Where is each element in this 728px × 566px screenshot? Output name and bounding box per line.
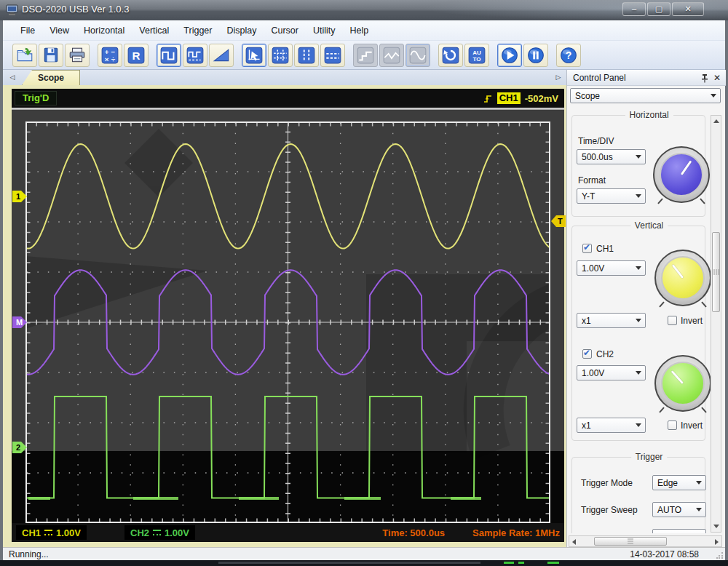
toolbar-refresh-button[interactable] bbox=[438, 44, 463, 67]
math-position-marker[interactable]: M bbox=[12, 316, 27, 328]
math-icon: +−×÷ bbox=[100, 47, 119, 64]
menu-vertical[interactable]: Vertical bbox=[132, 23, 176, 39]
scrollbar-thumb[interactable] bbox=[594, 537, 667, 546]
toolbar-save-button[interactable] bbox=[39, 44, 63, 67]
toolbar-start-button[interactable] bbox=[497, 44, 522, 67]
tab-scope[interactable]: Scope bbox=[22, 70, 80, 85]
scroll-up-icon[interactable] bbox=[713, 119, 719, 123]
panel-selector-dropdown[interactable]: Scope bbox=[570, 88, 721, 103]
menu-file[interactable]: File bbox=[13, 23, 42, 39]
timebase-readout: Time: 500.0us bbox=[382, 527, 445, 538]
tab-scroll-left-icon[interactable]: ◁ bbox=[7, 72, 17, 83]
toolbar-pulse-train-button[interactable] bbox=[183, 44, 207, 67]
ch1-readout: CH1 1.00V bbox=[16, 525, 87, 540]
panel-horizontal-scrollbar[interactable] bbox=[569, 535, 722, 547]
ch1-position-marker[interactable]: 1 bbox=[12, 191, 27, 202]
ch2-label: CH2 bbox=[130, 527, 149, 538]
scroll-left-icon[interactable] bbox=[572, 539, 576, 545]
sample-rate-readout: Sample Rate: 1MHz bbox=[472, 527, 560, 538]
ch2-invert-checkbox[interactable] bbox=[668, 420, 677, 430]
toolbar-step-interpolation-button[interactable] bbox=[353, 44, 378, 67]
ch1-label: CH1 bbox=[22, 527, 41, 538]
toolbar-ramp-button[interactable] bbox=[209, 44, 234, 67]
waveform-region: 1 M 2 T bbox=[12, 110, 564, 523]
toolbar-separator bbox=[149, 44, 156, 67]
linear-interpolation-icon bbox=[382, 47, 401, 64]
toolbar-separator bbox=[346, 44, 352, 67]
menu-view[interactable]: View bbox=[42, 23, 76, 39]
pause-icon bbox=[526, 47, 545, 64]
ch1-vertical-knob[interactable] bbox=[654, 250, 711, 306]
refresh-icon bbox=[441, 47, 460, 64]
ch2-checkbox[interactable] bbox=[582, 349, 592, 359]
toolbar-square-wave-button[interactable] bbox=[157, 44, 181, 67]
toolbar-linear-interpolation-button[interactable] bbox=[379, 44, 404, 67]
close-button[interactable]: ✕ bbox=[672, 2, 704, 16]
open-icon bbox=[15, 47, 34, 64]
toolbar-separator bbox=[90, 44, 97, 67]
trigger-level-marker[interactable]: T bbox=[551, 215, 566, 227]
app-icon bbox=[6, 4, 19, 16]
toolbar-pause-button[interactable] bbox=[523, 44, 548, 67]
toolbar-open-button[interactable] bbox=[12, 44, 37, 67]
tab-scroll-right-icon[interactable]: ▷ bbox=[553, 72, 563, 83]
ch2-scale-value: 1.00V bbox=[165, 527, 189, 538]
panel-close-icon[interactable]: ✕ bbox=[712, 72, 722, 84]
chevron-down-icon bbox=[636, 266, 641, 270]
minimize-button[interactable]: – bbox=[622, 2, 646, 16]
ch2-probe-dropdown[interactable]: x1 bbox=[577, 418, 646, 433]
toolbar-grid-button[interactable] bbox=[268, 44, 293, 67]
toolbar-sine-interpolation-button[interactable] bbox=[405, 44, 430, 67]
title-bar[interactable]: DSO-2020 USB Ver 1.0.3 – ▢ ✕ bbox=[0, 0, 728, 20]
trigger-source-dropdown[interactable]: CH1 bbox=[652, 529, 706, 533]
ch1-invert-checkbox[interactable] bbox=[668, 316, 677, 325]
datetime: 14-03-2017 08:58 bbox=[630, 549, 699, 559]
app-window: DSO-2020 USB Ver 1.0.3 – ▢ ✕ FileViewHor… bbox=[0, 0, 728, 566]
toolbar-autoset-button[interactable]: AUTO bbox=[464, 44, 489, 67]
toolbar-vertical-cursors-button[interactable] bbox=[294, 44, 319, 67]
toolbar-help-button[interactable]: ? bbox=[556, 44, 581, 67]
chevron-down-icon bbox=[696, 481, 702, 485]
toolbar-print-button[interactable] bbox=[65, 44, 90, 67]
toolbar: +−×÷RAUTO? bbox=[3, 41, 725, 70]
panel-vertical-scrollbar[interactable] bbox=[711, 115, 721, 533]
toolbar-reference-button[interactable]: R bbox=[124, 44, 149, 67]
menu-display[interactable]: Display bbox=[219, 23, 264, 39]
time-div-dropdown[interactable]: 500.0us bbox=[577, 149, 646, 164]
scroll-right-icon[interactable] bbox=[715, 539, 719, 545]
menu-cursor[interactable]: Cursor bbox=[264, 23, 306, 39]
toolbar-separator bbox=[431, 44, 438, 67]
ch1-checkbox[interactable] bbox=[582, 244, 592, 253]
menu-trigger[interactable]: Trigger bbox=[176, 23, 219, 39]
format-dropdown[interactable]: Y-T bbox=[577, 188, 646, 204]
ch1-scale-dropdown[interactable]: 1.00V bbox=[577, 260, 646, 276]
horizontal-scale-knob[interactable] bbox=[653, 146, 710, 203]
step-interpolation-icon bbox=[356, 47, 375, 64]
menu-utility[interactable]: Utility bbox=[306, 23, 343, 39]
menu-help[interactable]: Help bbox=[343, 23, 376, 39]
scroll-down-icon[interactable] bbox=[713, 525, 719, 528]
svg-text:?: ? bbox=[566, 49, 572, 61]
menu-horizontal[interactable]: Horizontal bbox=[76, 23, 132, 39]
chevron-down-icon bbox=[636, 319, 641, 322]
trigger-sweep-dropdown[interactable]: AUTO bbox=[652, 502, 706, 517]
trigger-status: Trig'D bbox=[15, 91, 57, 105]
toolbar-select-cursor-button[interactable] bbox=[242, 44, 266, 67]
resize-grip[interactable] bbox=[716, 551, 724, 559]
ch2-vertical-knob[interactable] bbox=[654, 355, 711, 412]
group-title: Trigger bbox=[631, 452, 668, 462]
ch2-scale-dropdown[interactable]: 1.00V bbox=[577, 365, 646, 380]
pin-icon[interactable] bbox=[700, 73, 709, 83]
scrollbar-thumb[interactable] bbox=[712, 232, 720, 312]
maximize-button[interactable]: ▢ bbox=[647, 2, 670, 16]
ch2-checkbox-label: CH2 bbox=[596, 349, 614, 359]
menu-bar: FileViewHorizontalVerticalTriggerDisplay… bbox=[3, 20, 725, 41]
toolbar-math-button[interactable]: +−×÷ bbox=[98, 44, 122, 67]
trigger-mode-dropdown[interactable]: Edge bbox=[652, 475, 706, 490]
ch1-probe-dropdown[interactable]: x1 bbox=[577, 313, 646, 328]
reference-icon: R bbox=[127, 47, 146, 64]
ch2-position-marker[interactable]: 2 bbox=[12, 442, 27, 453]
toolbar-horizontal-cursors-button[interactable] bbox=[320, 44, 345, 67]
scope-status-bar: Trig'D CH1 -502mV bbox=[12, 89, 564, 108]
scope-page: Trig'D CH1 -502mV 1 M 2 bbox=[3, 85, 566, 547]
